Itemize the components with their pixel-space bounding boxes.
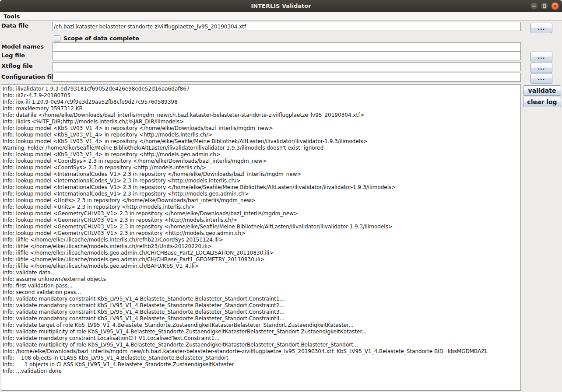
log-line: Info: /home/elke/Downloads/bazl_interlis… (3, 348, 520, 355)
close-button[interactable]: ✕ (551, 2, 559, 10)
log-line: Info: lookup model <InternationalCodes_V… (3, 184, 520, 191)
data-file-label: Data file (1, 22, 28, 29)
log-line: Info: 1 objects in CLASS KbS_LV95_V1_4.B… (3, 361, 520, 368)
validate-button[interactable]: validate (523, 85, 561, 96)
log-line: Info: ilifile </home/elke/.ilicache/mode… (3, 237, 520, 243)
scope-of-data-complete-checkbox[interactable] (54, 35, 60, 42)
log-line: Info: ilidirs <%ITF_DIR;http://models.in… (3, 119, 520, 125)
log-line: Info: ilifile </home/elke/.ilicache/mode… (3, 243, 520, 250)
xtflog-file-label: Xtflog file (1, 63, 33, 69)
window-controls: ✕ (530, 2, 559, 10)
log-line: Info: lookup model <InternationalCodes_V… (3, 171, 520, 178)
log-line: Info: 108 objects in CLASS KbS_LV95_V1_4… (3, 355, 520, 361)
log-line: Info: validate mandatory constraint KbS_… (3, 315, 520, 322)
log-line: Info: ilifile </home/elke/.ilicache/mode… (3, 263, 520, 270)
log-line: Info: lookup model <GeometryCHLV03_V1> 2… (3, 224, 520, 230)
log-line: Info: validate mandatory constraint KbS_… (3, 309, 520, 315)
browse-log-file-button[interactable]: ... (530, 52, 552, 62)
log-line: Info: assume unknown/external objects (3, 276, 520, 283)
app-window: INTERLIS Validator ✕ Tools Data file Mod… (0, 0, 562, 392)
log-line: Info: lookup model <InternationalCodes_V… (3, 178, 520, 184)
log-line: Warning: Folder /home/elke/Seafile/Meine… (3, 145, 520, 151)
log-line: Info: lookup model <KbS_LV03_V1_4> in re… (3, 151, 520, 158)
log-file-label: Log file (1, 52, 25, 59)
log-line: Info: validate multiplicity of role KbS_… (3, 342, 520, 348)
log-line: Info: validate mandatory constraint KbS_… (3, 302, 520, 309)
clear-log-button[interactable]: clear log (523, 97, 561, 107)
log-line: Info: lookup model <Units> 2.3 in reposi… (3, 197, 520, 204)
browse-xtflog-file-button[interactable]: ... (530, 63, 552, 73)
maximize-icon (543, 4, 546, 8)
close-icon: ✕ (553, 4, 557, 9)
log-line: Info: validate data... (3, 270, 520, 276)
minimize-button[interactable] (530, 2, 538, 10)
log-line: Info: lookup model <CoordSys> 2.3 in rep… (3, 158, 520, 164)
log-line: Info: lookup model <GeometryCHLV03_V1> 2… (3, 230, 520, 237)
log-file-input[interactable] (53, 51, 521, 60)
log-line: Info: lookup model <KbS_LV03_V1_4> in re… (3, 125, 520, 132)
log-line: Info: ili2c-4.7.9-20180705 (3, 92, 520, 99)
log-line: Info: lookup model <KbS_LV03_V1_4> in re… (3, 132, 520, 138)
maximize-button[interactable] (541, 2, 548, 10)
scope-of-data-complete-label: Scope of data complete (63, 35, 139, 42)
log-line: Info: dataFile </home/elke/Downloads/baz… (3, 112, 520, 119)
menu-tools[interactable]: Tools (0, 13, 23, 20)
log-line: Info: lookup model <Units> 2.3 in reposi… (3, 204, 520, 210)
model-names-label: Model names (1, 43, 44, 50)
model-names-input[interactable] (53, 42, 521, 52)
browse-configuration-file-button[interactable]: ... (530, 73, 552, 84)
log-line: Info: ilifile </home/elke/.ilicache/mode… (3, 256, 520, 263)
minimize-icon (532, 6, 536, 7)
log-line: Info: ...validation done (3, 368, 520, 374)
log-line: Info: lookup model <GeometryCHLV03_V1> 2… (3, 217, 520, 224)
log-line: Info: validate multiplicity of role KbS_… (3, 329, 520, 335)
log-line: Info: validate mandatory constraint Loca… (3, 335, 520, 342)
menu-tools-rest: ools (7, 13, 20, 20)
log-line: Info: lookup model <InternationalCodes_V… (3, 191, 520, 197)
log-line: Info: maxMemory 3597312 KB (3, 105, 520, 112)
log-line: Info: lookup model <KbS_LV03_V1_4> in re… (3, 138, 520, 145)
log-line: Info: ilifile </home/elke/.ilicache/mode… (3, 250, 520, 256)
log-output[interactable]: Info: ilivalidator-1.9.3-ed793181cf69052… (1, 84, 521, 391)
log-line: Info: lookup model <GeometryCHLV03_V1> 2… (3, 210, 520, 217)
configuration-file-label: Configuration file (1, 74, 57, 80)
log-line: Info: ilivalidator-1.9.3-ed793181cf69052… (3, 86, 520, 92)
menubar: Tools (0, 12, 562, 21)
data-file-input[interactable] (53, 22, 521, 31)
xtflog-file-input[interactable] (53, 62, 521, 71)
log-line: Info: first validation pass... (3, 283, 520, 289)
log-line: Info: iox-ili-1.20.9-0e947c9f9e3d29aa52f… (3, 99, 520, 105)
log-line: Info: validate target of role KbS_LV95_V… (3, 322, 520, 329)
configuration-file-input[interactable] (53, 73, 521, 82)
log-line: Info: second validation pass... (3, 289, 520, 296)
window-title: INTERLIS Validator (251, 3, 311, 9)
browse-data-file-button[interactable]: ... (530, 23, 552, 33)
log-line: Info: validate mandatory constraint KbS_… (3, 296, 520, 302)
log-line: Info: lookup model <CoordSys> 2.3 in rep… (3, 164, 520, 171)
titlebar: INTERLIS Validator ✕ (0, 0, 562, 12)
